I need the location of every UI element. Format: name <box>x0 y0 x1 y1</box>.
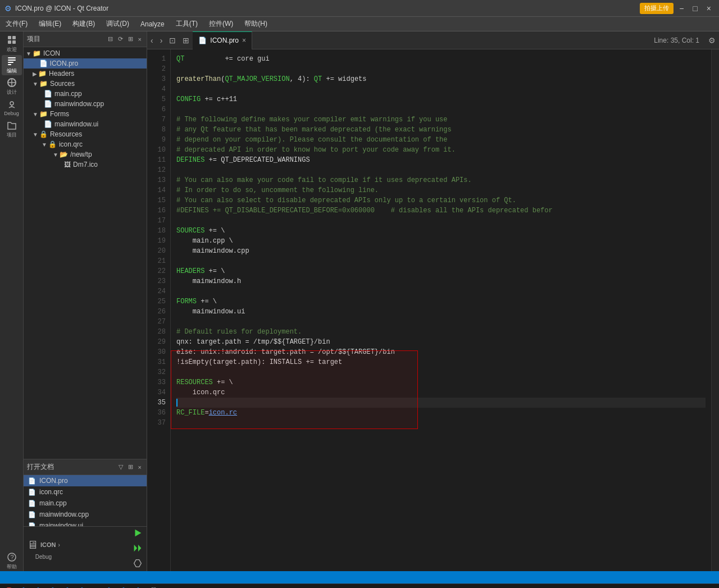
activity-welcome[interactable]: 欢迎 <box>2 34 22 54</box>
menu-analyze[interactable]: Analyze <box>135 18 170 30</box>
tab-close-btn[interactable]: × <box>242 37 246 44</box>
minimap[interactable] <box>711 49 719 571</box>
line-num-1: 1 <box>147 54 170 64</box>
code-line-2 <box>176 64 706 74</box>
code-line-13: # You can also make your code fail to co… <box>176 175 706 185</box>
activity-project[interactable]: 项目 <box>2 119 22 139</box>
line-num-36: 36 <box>147 408 170 418</box>
code-line-14: # In order to do so, uncomment the follo… <box>176 185 706 195</box>
tree-item-mainwindow-cpp[interactable]: 📄 mainwindow.cpp <box>24 99 147 109</box>
line-info: Line: 35, Col: 1 <box>648 37 705 44</box>
tree-item-resources[interactable]: ▼ 🔒 Resources <box>24 129 147 139</box>
cpp-file-icon: 📄 <box>44 90 52 98</box>
doc-item-mainwindowcpp[interactable]: 📄 mainwindow.cpp <box>24 509 147 520</box>
tree-item-icon-qrc[interactable]: ▼ 🔒 icon.qrc <box>24 139 147 149</box>
menu-debug[interactable]: 调试(D) <box>101 17 135 31</box>
svg-point-11 <box>10 102 13 105</box>
device-debug-label: Debug <box>35 554 52 560</box>
doc-item-iconqrc[interactable]: 📄 icon.qrc <box>24 486 147 498</box>
minimize-button[interactable]: − <box>676 3 687 14</box>
close-button[interactable]: × <box>703 3 715 14</box>
tree-item-dm7ico[interactable]: 🖼 Dm7.ico <box>24 159 147 170</box>
line-num-17: 17 <box>147 216 170 226</box>
line-num-13: 13 <box>147 175 170 185</box>
pro-file-icon: 📄 <box>39 60 48 67</box>
tab-split-btn[interactable]: ⊡ <box>166 34 179 47</box>
tree-item-sources[interactable]: ▼ 📁 Sources <box>24 79 147 89</box>
line-num-26: 26 <box>147 307 170 317</box>
code-line-8: # any Qt feature that has been marked de… <box>176 125 706 135</box>
code-editor[interactable]: 1 2 3 4 5 6 7 8 9 10 11 12 13 14 15 16 1… <box>147 49 719 571</box>
settings-btn[interactable]: ⚙ <box>705 34 719 47</box>
line-numbers: 1 2 3 4 5 6 7 8 9 10 11 12 13 14 15 16 1… <box>147 49 171 571</box>
tree-item-mainwindow-ui[interactable]: 📄 mainwindow.ui <box>24 119 147 129</box>
project-header: 项目 ⊟ ⟳ ⊞ × <box>24 31 147 47</box>
svg-marker-16 <box>134 545 137 552</box>
project-close-btn[interactable]: × <box>136 35 143 43</box>
code-line-17 <box>176 216 706 226</box>
activity-debug[interactable]: Debug <box>2 98 22 118</box>
docs-close-btn[interactable]: × <box>136 463 143 471</box>
project-filter-btn[interactable]: ⊟ <box>106 35 115 43</box>
line-num-35: 35 <box>147 398 170 408</box>
tree-item-headers[interactable]: ▶ 📁 Headers <box>24 69 147 79</box>
line-num-22: 22 <box>147 266 170 276</box>
menu-help[interactable]: 帮助(H) <box>239 17 273 31</box>
menu-build[interactable]: 构建(B) <box>67 17 101 31</box>
code-line-10: # deprecated API in order to know how to… <box>176 145 706 155</box>
svg-rect-7 <box>8 64 11 65</box>
tab-float-btn[interactable]: ⊞ <box>179 34 193 47</box>
tab-icon: 📄 <box>198 37 207 44</box>
line-num-24: 24 <box>147 286 170 297</box>
line-num-6: 6 <box>147 104 170 115</box>
maximize-button[interactable]: □ <box>689 3 700 14</box>
docs-split-btn[interactable]: ⊞ <box>126 463 135 471</box>
tree-item-main-cpp[interactable]: 📄 main.cpp <box>24 89 147 99</box>
tree-item-icon-pro[interactable]: 📄 ICON.pro <box>24 58 147 69</box>
menu-controls[interactable]: 控件(W) <box>203 17 239 31</box>
tab-back-btn[interactable]: ‹ <box>147 34 157 47</box>
tree-item-newtp[interactable]: ▼ 📂 /new/tp <box>24 149 147 159</box>
tab-forward-btn[interactable]: › <box>157 34 166 47</box>
debug-run-button[interactable] <box>132 543 143 555</box>
tree-arrow: ▼ <box>33 131 38 138</box>
line-num-27: 27 <box>147 317 170 327</box>
line-num-10: 10 <box>147 145 170 155</box>
code-content[interactable]: QT += core gui greaterThan(QT_MAJOR_VERS… <box>171 49 711 571</box>
code-line-31: !isEmpty(target.path): INSTALLS += targe… <box>176 357 706 367</box>
svg-rect-1 <box>12 36 16 39</box>
svg-text:?: ? <box>10 554 13 560</box>
run-button[interactable] <box>132 527 143 540</box>
activity-edit[interactable]: 编辑 <box>2 55 22 75</box>
line-num-20: 20 <box>147 246 170 256</box>
code-line-25: FORMS += \ <box>176 297 706 307</box>
build-button[interactable] <box>132 558 143 571</box>
project-split-btn[interactable]: ⊞ <box>126 35 135 43</box>
svg-rect-4 <box>8 57 16 58</box>
tab-iconpro[interactable]: 📄 ICON.pro × <box>193 31 252 49</box>
menu-file[interactable]: 文件(F) <box>0 17 33 31</box>
project-sync-btn[interactable]: ⟳ <box>116 35 125 43</box>
activity-design[interactable]: 设计 <box>2 76 22 97</box>
code-line-37 <box>176 418 706 428</box>
code-line-27 <box>176 317 706 327</box>
code-line-19: main.cpp \ <box>176 236 706 246</box>
doc-item-iconpro[interactable]: 📄 ICON.pro <box>24 475 147 486</box>
code-line-26: mainwindow.ui <box>176 307 706 317</box>
activity-help[interactable]: ? 帮助 <box>2 551 22 571</box>
line-num-16: 16 <box>147 206 170 216</box>
line-num-23: 23 <box>147 276 170 286</box>
docs-filter-btn[interactable]: ▽ <box>117 463 125 471</box>
upload-button[interactable]: 拍摄上传 <box>640 3 674 14</box>
tab-label: ICON.pro <box>210 37 239 44</box>
doc-icon: 📄 <box>28 500 36 507</box>
monitor-icon: 🖥 <box>27 539 38 551</box>
doc-item-maincpp[interactable]: 📄 main.cpp <box>24 498 147 509</box>
tree-item-icon-root[interactable]: ▼ 📁 ICON <box>24 48 147 58</box>
tree-arrow: ▼ <box>42 142 47 148</box>
menu-tools[interactable]: 工具(T) <box>170 17 203 31</box>
line-num-19: 19 <box>147 236 170 246</box>
menu-edit[interactable]: 编辑(E) <box>33 17 67 31</box>
tree-item-forms[interactable]: ▼ 📁 Forms <box>24 109 147 119</box>
line-num-37: 37 <box>147 418 170 428</box>
